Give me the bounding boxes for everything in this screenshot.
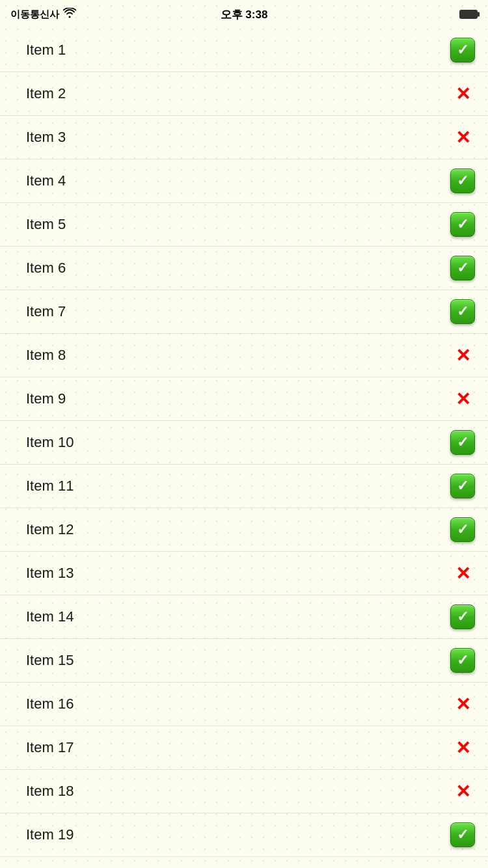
cross-icon: ✕ [450,125,475,150]
list-item[interactable]: Item 10✓ [0,421,488,465]
item-label: Item 1 [26,42,66,59]
item-label: Item 6 [26,260,66,277]
cross-icon: ✕ [450,81,475,106]
item-label: Item 16 [26,696,74,712]
item-label: Item 4 [26,172,66,189]
list-item[interactable]: Item 16✕ [0,683,488,726]
checkmark-icon: ✓ [450,299,475,324]
list-item[interactable]: Item 13✕ [0,552,488,595]
list-item[interactable]: Item 1✓ [0,29,488,72]
list-item[interactable]: Item 4✓ [0,159,488,203]
checkmark-icon: ✓ [450,212,475,237]
item-label: Item 9 [26,390,66,407]
list-item[interactable]: Item 11✓ [0,465,488,508]
checkmark-icon: ✓ [450,38,475,62]
item-label: Item 18 [26,783,74,800]
list-item[interactable]: Item 20✕ [0,857,488,868]
item-label: Item 8 [26,347,66,364]
list-item[interactable]: Item 3✕ [0,116,488,159]
cross-icon: ✕ [450,735,475,760]
list-item[interactable]: Item 12✓ [0,508,488,552]
status-bar: 이동통신사 오후 3:38 [0,0,488,29]
item-label: Item 15 [26,652,74,669]
checkmark-icon: ✓ [450,474,475,498]
wifi-icon [63,8,76,21]
item-label: Item 2 [26,85,66,102]
cross-icon: ✕ [450,343,475,368]
list-item[interactable]: Item 17✕ [0,726,488,770]
list-item[interactable]: Item 18✕ [0,770,488,813]
checkmark-icon: ✓ [450,604,475,629]
list-item[interactable]: Item 6✓ [0,247,488,290]
checkmark-icon: ✓ [450,822,475,847]
item-label: Item 14 [26,608,74,625]
cross-icon: ✕ [450,779,475,804]
battery-icon [459,10,478,19]
item-label: Item 13 [26,565,74,582]
item-label: Item 12 [26,521,74,538]
list-item[interactable]: Item 8✕ [0,334,488,377]
item-label: Item 17 [26,739,74,756]
checkmark-icon: ✓ [450,169,475,193]
list-container: Item 1✓Item 2✕Item 3✕Item 4✓Item 5✓Item … [0,29,488,868]
item-label: Item 5 [26,216,66,233]
checkmark-icon: ✓ [450,517,475,542]
checkmark-icon: ✓ [450,648,475,673]
cross-icon: ✕ [450,561,475,586]
checkmark-icon: ✓ [450,256,475,280]
time-display: 오후 3:38 [221,7,268,22]
item-label: Item 3 [26,129,66,146]
list-item[interactable]: Item 9✕ [0,377,488,421]
list-item[interactable]: Item 2✕ [0,72,488,116]
list-item[interactable]: Item 15✓ [0,639,488,683]
list-item[interactable]: Item 19✓ [0,813,488,857]
list-item[interactable]: Item 14✓ [0,595,488,639]
item-label: Item 10 [26,434,74,451]
list-item[interactable]: Item 7✓ [0,290,488,334]
item-label: Item 19 [26,826,74,843]
item-label: Item 11 [26,478,74,495]
checkmark-icon: ✓ [450,430,475,455]
list-item[interactable]: Item 5✓ [0,203,488,247]
carrier-label: 이동통신사 [10,8,59,21]
cross-icon: ✕ [450,692,475,716]
cross-icon: ✕ [450,387,475,411]
item-label: Item 7 [26,303,66,320]
